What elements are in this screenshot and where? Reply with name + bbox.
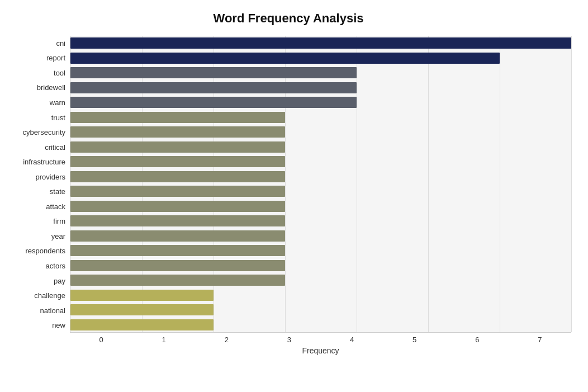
bar-row <box>70 140 571 154</box>
bar-row <box>70 125 571 139</box>
bar <box>70 112 285 123</box>
plot-area: 01234567 Frequency <box>70 36 571 355</box>
bar-row <box>70 258 571 273</box>
y-label: challenge <box>6 288 70 303</box>
x-tick: 4 <box>321 336 383 344</box>
x-tick: 5 <box>383 336 446 344</box>
bar <box>70 260 285 271</box>
bar-row <box>70 288 571 303</box>
bar-row <box>70 154 571 169</box>
bar-row <box>70 214 571 228</box>
bar <box>70 82 357 93</box>
bar <box>70 53 500 64</box>
bar-row <box>70 243 571 258</box>
bar <box>70 275 285 286</box>
bar <box>70 171 285 182</box>
bar <box>70 156 285 167</box>
bar <box>70 230 285 242</box>
bar <box>70 67 357 78</box>
bar-row <box>70 81 571 95</box>
y-label: attack <box>6 199 70 214</box>
y-label: critical <box>6 140 70 155</box>
y-label: national <box>6 303 70 318</box>
y-label: report <box>6 51 70 66</box>
x-tick: 3 <box>258 336 320 344</box>
x-axis: 01234567 Frequency <box>70 333 571 355</box>
bar-row <box>70 199 571 214</box>
x-tick: 2 <box>195 336 258 344</box>
bar <box>70 37 571 49</box>
y-label: cybersecurity <box>6 125 70 140</box>
bar-row <box>70 110 571 125</box>
bar-row <box>70 184 571 199</box>
bar-row <box>70 36 571 50</box>
bar <box>70 245 285 256</box>
y-label: year <box>6 229 70 244</box>
y-label: actors <box>6 258 70 273</box>
bar <box>70 141 285 153</box>
bar <box>70 126 285 138</box>
x-tick: 0 <box>70 336 132 344</box>
chart-area: cnireporttoolbridewellwarntrustcybersecu… <box>6 36 571 355</box>
bar <box>70 319 214 330</box>
bar <box>70 97 357 108</box>
chart-title: Word Frequency Analysis <box>6 11 571 26</box>
bar-row <box>70 303 571 317</box>
bar-row <box>70 169 571 184</box>
bar-row <box>70 95 571 110</box>
bar <box>70 215 285 226</box>
y-label: warn <box>6 95 70 110</box>
chart-container: Word Frequency Analysis cnireporttoolbri… <box>0 0 588 392</box>
x-tick: 1 <box>132 336 195 344</box>
y-label: providers <box>6 169 70 185</box>
bar <box>70 304 214 315</box>
bar-row <box>70 273 571 287</box>
y-label: tool <box>6 65 70 81</box>
bar-row <box>70 229 571 243</box>
x-tick: 7 <box>509 336 571 344</box>
y-label: respondents <box>6 244 70 259</box>
y-label: pay <box>6 273 70 289</box>
bars-container <box>70 36 571 333</box>
grid-line <box>571 36 572 332</box>
bar <box>70 186 285 197</box>
bar-row <box>70 318 571 332</box>
x-axis-label: Frequency <box>70 346 571 355</box>
y-label: infrastructure <box>6 154 70 169</box>
y-label: new <box>6 318 70 333</box>
y-label: firm <box>6 214 70 229</box>
bar <box>70 201 285 212</box>
x-tick: 6 <box>446 336 509 344</box>
bar-row <box>70 51 571 65</box>
y-label: trust <box>6 110 70 125</box>
y-label: state <box>6 184 70 199</box>
bar <box>70 290 214 301</box>
bar-row <box>70 65 571 80</box>
y-label: bridewell <box>6 81 70 96</box>
y-label: cni <box>6 36 70 51</box>
y-axis: cnireporttoolbridewellwarntrustcybersecu… <box>6 36 70 355</box>
